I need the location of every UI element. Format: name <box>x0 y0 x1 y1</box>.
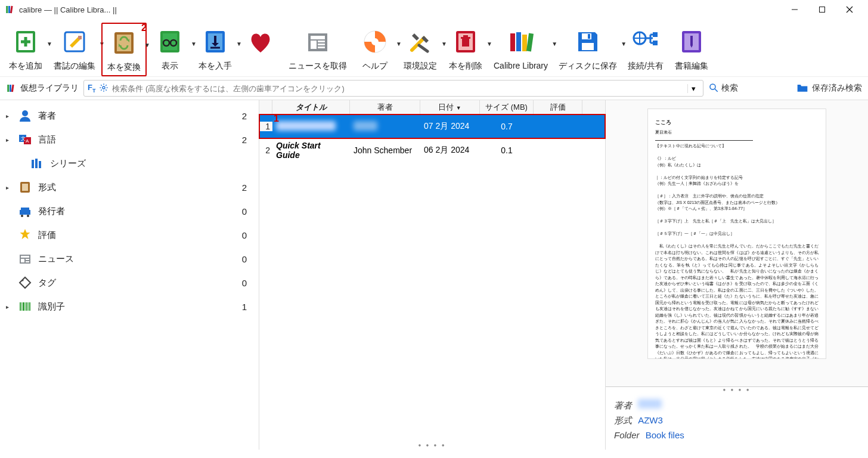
toolbar-label: 接続/共有 <box>628 61 664 72</box>
expand-icon[interactable]: ▸ <box>6 137 12 143</box>
svg-rect-78 <box>22 184 28 191</box>
folder-link[interactable]: Book files <box>646 430 684 440</box>
toolbar-remove[interactable]: 本を削除▼ <box>444 23 488 74</box>
svg-rect-27 <box>318 41 325 42</box>
splitter-vertical[interactable]: ● ● ● ● <box>606 387 868 393</box>
virtual-library-button[interactable]: 仮想ライブラリ <box>6 83 79 94</box>
metadata-panel: 著者 形式 AZW3 Folder Book files <box>606 393 868 450</box>
svg-rect-49 <box>653 41 658 45</box>
svg-rect-28 <box>318 44 325 45</box>
table-row[interactable]: 2 Quick Start Guide John Schember 06 2月 … <box>259 138 605 162</box>
toolbar-prefs[interactable]: 環境設定▼ <box>398 23 442 74</box>
format-link[interactable]: AZW3 <box>638 415 663 425</box>
go-search-button[interactable]: 検索 <box>708 82 738 95</box>
format-icon <box>18 180 32 194</box>
svg-point-69 <box>22 110 28 116</box>
toolbar-view[interactable]: 表示▼ <box>148 23 192 74</box>
svg-rect-89 <box>20 302 21 311</box>
svg-point-81 <box>21 215 23 217</box>
col-rating[interactable]: 評価 <box>534 100 582 114</box>
toolbar-label: 本を削除 <box>449 61 482 72</box>
sidebar-count: 0 <box>242 278 253 288</box>
svg-rect-80 <box>21 208 29 210</box>
toolbar-fetch[interactable]: 本を入手▼ <box>193 23 237 74</box>
svg-rect-16 <box>163 33 177 50</box>
expand-icon[interactable]: ▸ <box>6 113 12 119</box>
window-title: calibre — || Calibre Libra... || <box>19 5 117 14</box>
sidebar-item-publisher[interactable]: 発行者 0 <box>2 199 256 223</box>
help-icon <box>358 25 392 58</box>
minimize-button[interactable] <box>781 0 808 19</box>
toolbar-save[interactable]: ディスクに保存▼ <box>554 23 622 74</box>
expand-icon[interactable]: ▸ <box>6 184 12 191</box>
sidebar-label: 発行者 <box>38 206 236 217</box>
toolbar-help[interactable]: ヘルプ▼ <box>353 23 397 74</box>
svg-rect-25 <box>311 36 325 39</box>
cell-title <box>272 121 350 132</box>
close-button[interactable] <box>836 0 863 19</box>
svg-rect-4 <box>820 7 825 13</box>
svg-rect-12 <box>78 36 82 39</box>
add-icon <box>9 25 42 58</box>
sidebar-label: ニュース <box>38 253 236 265</box>
toolbar-label: 書籍編集 <box>675 61 708 72</box>
sidebar-label: 言語 <box>38 134 236 146</box>
toolbar-convert[interactable]: 本を変換▼2 <box>101 23 147 76</box>
saved-search-button[interactable]: 保存済み検索 <box>796 82 862 95</box>
svg-line-31 <box>419 45 427 51</box>
svg-rect-86 <box>26 259 29 260</box>
toolbar-label: 本を変換 <box>107 62 141 73</box>
sidebar-item-rating[interactable]: 評価 0 <box>2 223 256 247</box>
svg-line-68 <box>715 89 718 92</box>
toolbar-library[interactable]: Calibre Library▼ <box>489 23 553 73</box>
sidebar-item-ident[interactable]: ▸ 識別子 1 <box>2 295 256 318</box>
save-icon <box>571 25 604 58</box>
sidebar-item-news[interactable]: ニュース 0 <box>2 247 256 271</box>
toolbar-label: 環境設定 <box>404 61 437 72</box>
annotation-marker: 2 <box>141 23 147 33</box>
cell-size: 0.1 <box>480 146 534 155</box>
sidebar-item-lang[interactable]: ▸ 文A 言語 2 <box>2 128 256 151</box>
col-title[interactable]: タイトル <box>272 100 350 114</box>
cover-preview[interactable]: こころ 夏目漱石 【テキスト中に現れる記号について】 《》：ルビ （例）私《わた… <box>606 100 868 387</box>
toolbar-editbook[interactable]: 書籍編集 <box>669 23 714 74</box>
toolbar-label: Calibre Library <box>494 61 548 70</box>
sidebar-item-format[interactable]: ▸ 形式 2 <box>2 175 256 199</box>
editbook-icon <box>675 25 708 58</box>
cell-author: John Schember <box>350 146 420 155</box>
gear-icon[interactable] <box>99 83 108 94</box>
toolbar-news[interactable]: ニュースを取得 <box>284 23 352 74</box>
sidebar-count: 0 <box>242 206 253 216</box>
svg-text:A: A <box>26 138 29 144</box>
search-dropdown[interactable]: ▾ <box>687 84 699 93</box>
toolbar-label: ヘルプ <box>362 61 388 72</box>
search-input[interactable] <box>112 84 681 93</box>
toolbar-add[interactable]: 本を追加▼ <box>4 23 48 74</box>
maximize-button[interactable] <box>808 0 836 19</box>
sidebar-item-tag[interactable]: タグ 0 <box>2 271 256 295</box>
rating-icon <box>18 228 32 242</box>
toolbar-heart[interactable] <box>238 23 283 73</box>
splitter-horizontal[interactable]: ● ● ● ● <box>418 442 447 448</box>
col-author[interactable]: 著者 <box>350 100 420 114</box>
book-details: こころ 夏目漱石 【テキスト中に現れる記号について】 《》：ルビ （例）私《わた… <box>606 100 868 450</box>
toolbar-connect[interactable]: 接続/共有 <box>623 23 668 74</box>
svg-rect-57 <box>11 85 14 92</box>
ft-icon[interactable]: FT <box>88 83 95 94</box>
sidebar-item-series[interactable]: シリーズ <box>2 151 256 175</box>
view-icon <box>153 25 187 58</box>
expand-icon[interactable]: ▸ <box>6 304 12 310</box>
col-date[interactable]: 日付 ▼ <box>420 100 480 114</box>
remove-icon <box>449 25 482 58</box>
svg-line-66 <box>106 85 107 85</box>
annotation-marker: 1 <box>270 113 283 124</box>
col-size[interactable]: サイズ (MB) <box>480 100 534 114</box>
svg-rect-42 <box>582 43 594 50</box>
app-icon <box>5 4 16 15</box>
table-row[interactable]: 1 07 2月 2024 0.7 1 <box>259 114 605 138</box>
svg-point-58 <box>103 86 105 89</box>
fetch-icon <box>199 25 232 58</box>
lang-icon: 文A <box>18 132 32 147</box>
toolbar-editmeta[interactable]: 書誌の編集▼ <box>49 23 100 74</box>
sidebar-item-author[interactable]: ▸ 著者 2 <box>2 104 256 128</box>
